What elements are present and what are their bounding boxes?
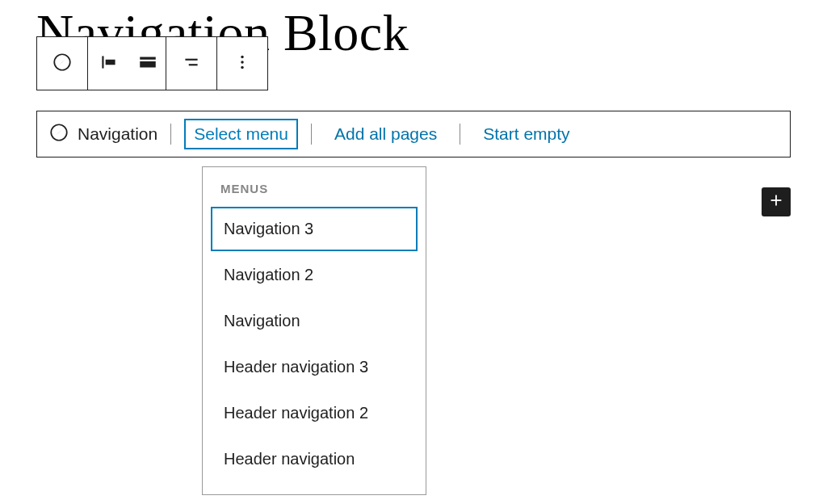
select-menu-action[interactable]: Select menu: [184, 119, 298, 149]
more-options-button[interactable]: [217, 37, 267, 90]
svg-rect-2: [106, 59, 115, 65]
dropdown-header: Menus: [211, 178, 418, 207]
add-block-button[interactable]: [762, 187, 791, 216]
justify-icon: [181, 52, 202, 76]
svg-point-9: [241, 65, 243, 68]
svg-point-0: [54, 54, 70, 70]
justify-button[interactable]: [166, 37, 216, 90]
block-type-button[interactable]: [37, 37, 87, 90]
align-left-button[interactable]: [88, 37, 130, 90]
compass-icon: [52, 52, 73, 76]
align-left-icon: [99, 52, 120, 76]
separator: [311, 124, 312, 145]
navigation-label: Navigation: [78, 124, 157, 144]
svg-point-8: [241, 61, 243, 63]
align-full-icon: [137, 52, 158, 76]
menu-option[interactable]: Navigation: [211, 299, 418, 343]
separator: [460, 124, 460, 145]
separator: [170, 124, 171, 145]
more-vertical-icon: [232, 52, 253, 76]
menu-option[interactable]: Navigation 2: [211, 253, 418, 297]
svg-point-10: [51, 124, 67, 141]
menu-option[interactable]: Header navigation 2: [211, 391, 418, 435]
svg-rect-3: [140, 57, 156, 59]
menu-option[interactable]: Header navigation 3: [211, 345, 418, 389]
start-empty-action[interactable]: Start empty: [473, 119, 579, 149]
menus-dropdown: Menus Navigation 3 Navigation 2 Navigati…: [202, 166, 426, 495]
navigation-block-bar: Navigation Select menu Add all pages Sta…: [36, 111, 791, 158]
add-all-pages-action[interactable]: Add all pages: [325, 119, 447, 149]
svg-rect-4: [140, 61, 156, 67]
compass-icon: [48, 122, 69, 146]
align-full-button[interactable]: [130, 37, 166, 90]
menu-option[interactable]: Header navigation: [211, 437, 418, 481]
menu-option[interactable]: Navigation 3: [211, 207, 418, 251]
svg-point-7: [241, 55, 243, 57]
block-toolbar: [36, 36, 268, 90]
plus-icon: [767, 191, 785, 212]
svg-rect-1: [102, 56, 103, 68]
